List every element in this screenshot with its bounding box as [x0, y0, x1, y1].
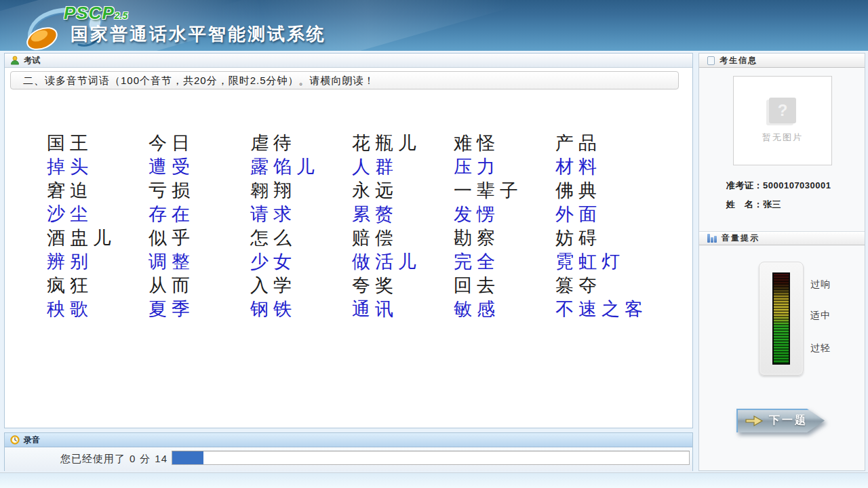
- word: 今日: [149, 131, 250, 155]
- next-question-button[interactable]: 下一题: [736, 409, 825, 432]
- word: 虐待: [250, 131, 352, 155]
- name-field: 姓 名：张三: [726, 199, 781, 211]
- volume-label-loud: 过响: [810, 279, 831, 291]
- recording-content: 您已经使用了0分14秒: [5, 447, 692, 471]
- volume-label-moderate: 适中: [810, 310, 831, 322]
- word: 请求: [250, 202, 352, 226]
- recording-panel-title: 录音: [24, 434, 40, 446]
- recording-panel-header: 录音: [5, 433, 692, 447]
- next-button-label: 下一题: [769, 413, 808, 428]
- examinee-icon: [10, 56, 20, 65]
- word: 外面: [555, 202, 657, 226]
- word: 似乎: [149, 226, 250, 250]
- word: 篡夺: [555, 273, 657, 298]
- progress-fill: [172, 451, 203, 464]
- word: 疯狂: [47, 273, 149, 298]
- exam-panel-header: 考试: [5, 54, 692, 68]
- volume-title: 音量提示: [722, 232, 760, 244]
- word: 辨别: [47, 249, 149, 274]
- word: 夏季: [149, 297, 250, 321]
- logo-version: 2.5: [115, 10, 127, 21]
- word-row: 疯狂从而入学夸奖回去篡夺: [47, 273, 657, 297]
- sidebar: 考生信息 ? 暂无图片 准考证：5000107030001 姓 名：张三 音量提…: [698, 53, 865, 471]
- recording-progress-bar: [172, 451, 690, 465]
- photo-placeholder: ? 暂无图片: [733, 76, 832, 165]
- elapsed-seconds: 14: [155, 453, 167, 464]
- word: 翱翔: [250, 178, 352, 203]
- word: 发愣: [454, 202, 555, 226]
- no-photo-icon: ?: [769, 98, 796, 123]
- word: 勘察: [454, 226, 555, 250]
- word: 秧歌: [47, 297, 149, 321]
- word: 沙尘: [47, 202, 149, 226]
- volume-meter: [759, 262, 804, 375]
- word-row: 沙尘存在请求累赘发愣外面: [47, 202, 657, 226]
- word: 人群: [352, 155, 454, 179]
- word: 掉头: [47, 155, 149, 179]
- recording-panel: 录音 您已经使用了0分14秒: [4, 432, 693, 471]
- word-row: 辨别调整少女做活儿完全霓虹灯: [47, 249, 657, 273]
- logo-text: PSCP: [64, 3, 115, 23]
- word: 一辈子: [454, 178, 555, 203]
- word: 不速之客: [555, 297, 657, 321]
- word: 材料: [555, 155, 657, 179]
- word: 调整: [149, 249, 250, 274]
- word-row: 掉头遭受露馅儿人群压力材料: [47, 155, 657, 178]
- word: 敏感: [454, 297, 555, 321]
- clock-icon: [10, 435, 20, 445]
- exam-panel-title: 考试: [24, 55, 40, 66]
- word: 夸奖: [352, 273, 454, 298]
- elapsed-time: 您已经使用了0分14秒: [60, 453, 182, 466]
- admission-ticket-value: 5000107030001: [763, 180, 831, 190]
- word: 难怪: [454, 131, 555, 155]
- app-banner: PSCP2.5 国家普通话水平智能测试系统: [0, 0, 868, 52]
- word: 酒盅儿: [47, 226, 149, 250]
- word: 从而: [149, 273, 250, 298]
- word-row: 窘迫亏损翱翔永远一辈子佛典: [47, 178, 657, 202]
- clipboard-icon: [707, 56, 715, 65]
- word-grid: 国王今日虐待花瓶儿难怪产品掉头遭受露馅儿人群压力材料窘迫亏损翱翔永远一辈子佛典沙…: [47, 131, 657, 321]
- no-photo-label: 暂无图片: [762, 131, 803, 144]
- admission-ticket-field: 准考证：5000107030001: [726, 180, 831, 192]
- word: 怎么: [250, 226, 352, 250]
- word-row: 秧歌夏季钢铁通讯敏感不速之客: [47, 297, 657, 321]
- word: 窘迫: [47, 178, 149, 203]
- word-row: 酒盅儿似乎怎么赔偿勘察妨碍: [47, 226, 657, 249]
- admission-ticket-label: 准考证：: [726, 180, 763, 190]
- word: 霓虹灯: [555, 249, 657, 274]
- app-title: 国家普通话水平智能测试系统: [71, 22, 326, 46]
- word: 亏损: [149, 178, 250, 203]
- word: 遭受: [149, 155, 250, 179]
- word: 产品: [555, 131, 657, 155]
- logo: PSCP2.5: [64, 4, 127, 22]
- word: 钢铁: [250, 297, 352, 321]
- word: 花瓶儿: [352, 131, 454, 155]
- candidate-info-header: 考生信息: [699, 54, 865, 68]
- word: 做活儿: [352, 249, 454, 274]
- elapsed-prefix: 您已经使用了: [60, 453, 125, 464]
- volume-label-quiet: 过轻: [810, 342, 831, 354]
- volume-bars-icon: [707, 234, 717, 243]
- word: 完全: [454, 249, 555, 274]
- volume-header: 音量提示: [699, 231, 865, 245]
- word: 露馅儿: [250, 155, 352, 179]
- word: 入学: [250, 273, 352, 298]
- footer-strip: [0, 472, 868, 488]
- next-arrow-icon: [745, 415, 764, 427]
- word: 回去: [454, 273, 555, 298]
- elapsed-minutes: 0: [130, 453, 136, 464]
- volume-meter-bar: [772, 272, 790, 365]
- word: 少女: [250, 249, 352, 274]
- word: 累赘: [352, 202, 454, 226]
- word: 国王: [47, 131, 149, 155]
- name-value: 张三: [763, 199, 781, 209]
- next-button-wrap: 下一题: [736, 409, 825, 432]
- word: 压力: [454, 155, 555, 179]
- minutes-unit: 分: [140, 453, 151, 464]
- exam-panel: 考试 二、读多音节词语（100个音节，共20分，限时2.5分钟）。请横向朗读！ …: [4, 53, 693, 428]
- app-window: PSCP2.5 国家普通话水平智能测试系统 考试 二、读多音节词语（100个音节…: [0, 0, 868, 488]
- name-label: 姓 名：: [726, 199, 763, 209]
- word: 永远: [352, 178, 454, 203]
- word: 存在: [149, 202, 250, 226]
- instruction-box: 二、读多音节词语（100个音节，共20分，限时2.5分钟）。请横向朗读！: [10, 71, 679, 89]
